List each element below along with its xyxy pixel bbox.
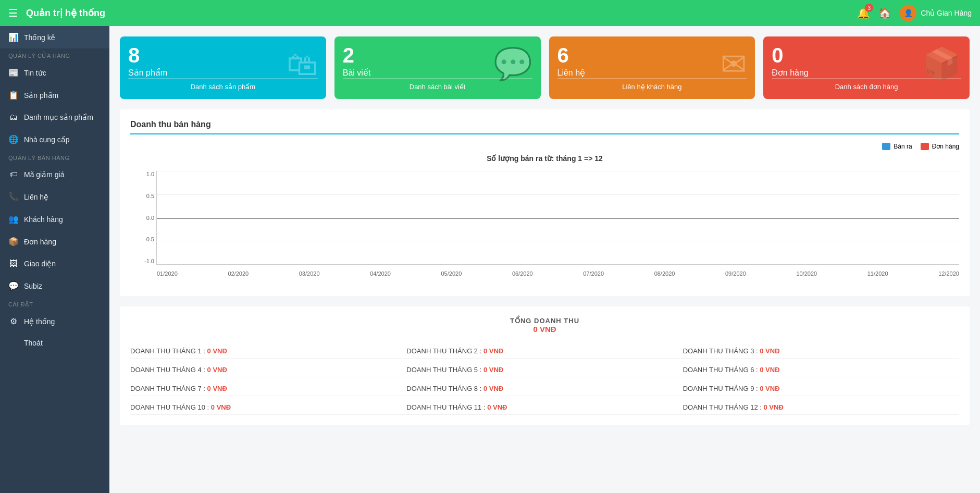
sidebar-item-danh-muc[interactable]: 🗂Danh mục sản phẩm: [0, 106, 109, 128]
revenue-month-value-6: 0 VNĐ: [760, 366, 779, 374]
revenue-section: TỔNG DOANH THU 0 VNĐ DOANH THU THÁNG 1 :…: [120, 306, 970, 425]
stat-label-lien-he: Liên hệ: [557, 68, 747, 78]
home-button[interactable]: 🏠: [878, 7, 891, 19]
grid-line-4: [157, 241, 959, 241]
revenue-month-label-1: DOANH THU THÁNG 1 :: [130, 347, 205, 355]
stat-card-san-pham[interactable]: 8 Sản phẩm 🛍 Danh sách sản phẩm: [120, 36, 326, 99]
sidebar-item-khach-hang[interactable]: 👥Khách hàng: [0, 208, 109, 230]
stat-card-don-hang[interactable]: 0 Đơn hàng 📦 Danh sách đơn hàng: [763, 36, 970, 99]
thong-ke-icon: 📊: [8, 32, 19, 42]
giao-dien-icon: 🖼: [8, 259, 19, 268]
chart-title: Số lượng bán ra từ: tháng 1 => 12: [130, 154, 959, 163]
sidebar-item-tin-tuc[interactable]: 📰Tin tức: [0, 61, 109, 84]
sidebar-item-san-pham[interactable]: 📋Sản phẩm: [0, 84, 109, 106]
revenue-row-2: DOANH THU THÁNG 2 : 0 VNĐ: [406, 344, 683, 359]
revenue-total-value: 0 VNĐ: [130, 325, 959, 334]
x-axis: 01/202002/202003/202004/202005/202006/20…: [157, 270, 959, 277]
revenue-total: TỔNG DOANH THU 0 VNĐ: [130, 317, 959, 334]
revenue-month-label-10: DOANH THU THÁNG 10 :: [130, 403, 209, 411]
sidebar-item-nha-cung-cap[interactable]: 🌐Nhà cung cấp: [0, 128, 109, 151]
chart-section: Doanh thu bán hàng Bán ra Đơn hàng Số lư…: [120, 109, 970, 296]
sidebar-item-giao-dien[interactable]: 🖼Giao diện: [0, 253, 109, 275]
main-content: 8 Sản phẩm 🛍 Danh sách sản phẩm 2 Bài vi…: [109, 26, 980, 493]
legend-don-hang-label: Đơn hàng: [932, 143, 959, 150]
sidebar-item-don-hang[interactable]: 📦Đơn hàng: [0, 230, 109, 253]
revenue-row-7: DOANH THU THÁNG 7 : 0 VNĐ: [130, 381, 406, 396]
sidebar-item-subiz[interactable]: 💬Subiz: [0, 275, 109, 297]
grid-line-2: [157, 194, 959, 195]
sidebar-item-he-thong[interactable]: ⚙Hệ thống: [0, 310, 109, 332]
revenue-month-label-2: DOANH THU THÁNG 2 :: [406, 347, 481, 355]
revenue-row-12: DOANH THU THÁNG 12 : 0 VNĐ: [683, 400, 959, 415]
grid-line-1: [157, 171, 959, 171]
stat-icon-san-pham: 🛍: [287, 46, 318, 82]
revenue-grid: DOANH THU THÁNG 1 : 0 VNĐDOANH THU THÁNG…: [130, 344, 959, 415]
stat-link-lien-he[interactable]: Liên hệ khách hàng: [557, 78, 747, 91]
nha-cung-cap-icon: 🌐: [8, 134, 19, 144]
x-label-1: 01/2020: [157, 270, 178, 277]
sidebar-item-lien-he[interactable]: 📞Liên hệ: [0, 186, 109, 208]
zero-line: [157, 218, 959, 219]
x-label-5: 05/2020: [441, 270, 462, 277]
sidebar-section-section-cua-hang: QUẢN LÝ CỬA HÀNG: [0, 48, 109, 61]
he-thong-icon: ⚙: [8, 316, 19, 326]
x-label-3: 03/2020: [299, 270, 320, 277]
sidebar-section-section-ban-hang: QUẢN LÝ BÁN HÀNG: [0, 151, 109, 164]
x-label-6: 06/2020: [512, 270, 533, 277]
sidebar-label-san-pham: Sản phẩm: [24, 91, 58, 100]
sidebar-label-nha-cung-cap: Nhà cung cấp: [24, 135, 70, 144]
x-label-8: 08/2020: [654, 270, 675, 277]
x-label-11: 11/2020: [867, 270, 888, 277]
revenue-month-label-4: DOANH THU THÁNG 4 :: [130, 366, 205, 374]
revenue-row-11: DOANH THU THÁNG 11 : 0 VNĐ: [406, 400, 683, 415]
main-layout: 📊Thống kêQUẢN LÝ CỬA HÀNG📰Tin tức📋Sản ph…: [0, 26, 980, 493]
sidebar-label-subiz: Subiz: [24, 282, 42, 290]
lien-he-icon: 📞: [8, 192, 19, 202]
khach-hang-icon: 👥: [8, 214, 19, 224]
user-menu[interactable]: 👤 Chủ Gian Hàng: [900, 5, 972, 21]
danh-muc-icon: 🗂: [8, 113, 19, 122]
sidebar-item-thong-ke[interactable]: 📊Thống kê: [0, 26, 109, 48]
legend-don-hang-color: [921, 143, 929, 150]
revenue-month-value-5: 0 VNĐ: [483, 366, 503, 374]
notification-badge: 3: [865, 4, 873, 12]
legend-don-hang: Đơn hàng: [921, 143, 959, 150]
legend-ban-ra: Bán ra: [882, 143, 912, 150]
revenue-row-10: DOANH THU THÁNG 10 : 0 VNĐ: [130, 400, 406, 415]
hamburger-button[interactable]: ☰: [8, 7, 18, 19]
revenue-month-label-9: DOANH THU THÁNG 9 :: [683, 385, 758, 392]
x-label-9: 09/2020: [725, 270, 746, 277]
revenue-row-8: DOANH THU THÁNG 8 : 0 VNĐ: [406, 381, 683, 396]
revenue-month-value-1: 0 VNĐ: [207, 347, 227, 355]
notification-button[interactable]: 🔔 3: [857, 7, 870, 19]
sidebar-item-thoat[interactable]: Thoát: [0, 332, 109, 353]
ma-giam-gia-icon: 🏷: [8, 170, 19, 179]
sidebar-label-khach-hang: Khách hàng: [24, 215, 63, 224]
avatar: 👤: [900, 5, 916, 21]
stat-card-lien-he[interactable]: 6 Liên hệ ✉ Liên hệ khách hàng: [549, 36, 755, 99]
x-label-2: 02/2020: [228, 270, 249, 277]
legend-ban-ra-color: [882, 143, 890, 150]
sidebar-label-thong-ke: Thống kê: [24, 33, 55, 42]
chart-legend: Bán ra Đơn hàng: [130, 143, 959, 150]
tin-tuc-icon: 📰: [8, 68, 19, 78]
revenue-row-1: DOANH THU THÁNG 1 : 0 VNĐ: [130, 344, 406, 359]
revenue-month-value-10: 0 VNĐ: [211, 403, 231, 411]
stat-icon-don-hang: 📦: [922, 45, 961, 82]
revenue-month-value-8: 0 VNĐ: [483, 385, 503, 392]
stat-card-bai-viet[interactable]: 2 Bài viết 💬 Danh sách bài viết: [334, 36, 541, 99]
x-label-4: 04/2020: [370, 270, 391, 277]
revenue-row-3: DOANH THU THÁNG 3 : 0 VNĐ: [683, 344, 959, 359]
home-icon: 🏠: [878, 7, 891, 19]
brand-title: Quản trị hệ thống: [26, 7, 857, 19]
y-label-5: -1.0: [131, 258, 154, 264]
sidebar-label-giao-dien: Giao diện: [24, 260, 56, 268]
chart-area: 1.0 0.5 0.0 -0.5 -1.0 01/202002/202003/2…: [156, 171, 959, 265]
revenue-month-label-12: DOANH THU THÁNG 12 :: [683, 403, 762, 411]
sidebar-item-ma-giam-gia[interactable]: 🏷Mã giảm giá: [0, 164, 109, 186]
revenue-month-label-8: DOANH THU THÁNG 8 :: [406, 385, 481, 392]
sidebar-label-danh-muc: Danh mục sản phẩm: [24, 113, 93, 121]
revenue-month-value-9: 0 VNĐ: [760, 385, 779, 392]
revenue-month-label-6: DOANH THU THÁNG 6 :: [683, 366, 758, 374]
x-label-10: 10/2020: [796, 270, 817, 277]
